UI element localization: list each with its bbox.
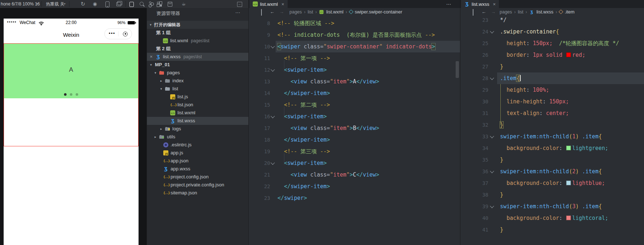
tree-row-list.wxml[interactable]: list.wxml: [147, 109, 248, 117]
tab-list-wxss[interactable]: list.wxss ×: [461, 0, 499, 8]
code-line-38[interactable]: 38}: [460, 189, 644, 201]
code-line-13[interactable]: 13<view class="item">A</view>: [249, 76, 460, 87]
chevron-right-icon[interactable]: ▸: [160, 77, 162, 85]
fold-chevron-icon[interactable]: [271, 161, 275, 165]
fold-chevron-icon[interactable]: [271, 44, 275, 48]
code-line-12[interactable]: 12<swiper-item>: [249, 64, 460, 76]
tree-row-.eslintrc.js[interactable]: .eslintrc.js: [147, 141, 248, 149]
hot-reload-toggle[interactable]: 热重载 关: [46, 0, 64, 8]
capsule-menu-icon[interactable]: •••: [109, 29, 115, 39]
code-line-32[interactable]: 32}: [460, 119, 644, 131]
source-control-icon[interactable]: [148, 1, 153, 7]
swiper-item-a[interactable]: A: [4, 44, 138, 98]
tree-row-sitemap.json[interactable]: sitemap.json: [147, 189, 248, 197]
tree-row-utils[interactable]: ▸utils: [147, 133, 248, 141]
back-icon[interactable]: ←: [270, 8, 275, 16]
code-line-14[interactable]: 14</swiper-item>: [249, 87, 460, 99]
code-line-30[interactable]: 30line-height: 150px;: [460, 96, 644, 107]
search-icon[interactable]: [140, 2, 144, 6]
tree-row-index[interactable]: ▸index: [147, 77, 248, 85]
code-line-37[interactable]: 37background-color: lightblue;: [460, 177, 644, 189]
tree-row-MP-01[interactable]: ▾MP_01: [147, 61, 248, 69]
tree-row-app.wxss[interactable]: app.wxss: [147, 165, 248, 173]
breadcrumb-item[interactable]: swiper.swiper-container: [355, 9, 403, 15]
code-line-27[interactable]: 27}: [460, 61, 644, 72]
code-line-24[interactable]: 24.swiper-container{: [460, 26, 644, 37]
code-line-8[interactable]: 8<!-- 轮播图区域 -->: [249, 17, 460, 29]
breadcrumb-item[interactable]: list: [308, 9, 313, 15]
capsule-button[interactable]: •••: [104, 28, 132, 39]
tree-row-list.js[interactable]: list.js: [147, 93, 248, 101]
code-line-10[interactable]: 10<swiper class="swiper-container" indic…: [249, 41, 460, 52]
device-caret-icon[interactable]: ▾: [36, 0, 38, 8]
code-line-21[interactable]: 21<view class="item">C</view>: [249, 169, 460, 181]
tree-row-pages[interactable]: ▾pages: [147, 69, 248, 77]
bookmark-icon[interactable]: [261, 9, 262, 16]
tree-row-project.private.config.json[interactable]: project.private.config.json: [147, 181, 248, 189]
phone-preview-icon[interactable]: [105, 1, 109, 7]
code-line-18[interactable]: 18</swiper-item>: [249, 134, 460, 146]
code-line-23[interactable]: 23</swiper>: [249, 192, 460, 204]
code-line-15[interactable]: 15<!-- 第二项 -->: [249, 99, 460, 111]
code-area[interactable]: 23*/24.swiper-container{25height: 150px;…: [460, 16, 644, 245]
fold-chevron-icon[interactable]: [490, 204, 494, 208]
breadcrumb-item[interactable]: pages: [289, 9, 302, 15]
tree-row-app.js[interactable]: app.js: [147, 149, 248, 157]
extensions-icon[interactable]: [157, 2, 161, 6]
code-line-33[interactable]: 33swiper-item:nth-child(1) .item{: [460, 131, 644, 142]
tree-row-list.wxss[interactable]: list.wxss: [147, 117, 248, 125]
forward-icon[interactable]: →: [279, 8, 284, 16]
code-line-23[interactable]: 23*/: [460, 14, 644, 26]
chevron-down-icon[interactable]: ▾: [160, 85, 162, 93]
fold-chevron-icon[interactable]: [490, 76, 494, 80]
tab-actions-more-icon[interactable]: ⋯: [446, 0, 451, 8]
fold-chevron-icon[interactable]: [271, 114, 275, 118]
split-editor-icon[interactable]: ←: [237, 2, 242, 7]
open-editors-header[interactable]: ▾ 打开的编辑器: [147, 21, 248, 29]
tree-row-project.config.json[interactable]: project.config.json: [147, 173, 248, 181]
tree-row-logs[interactable]: ▸logs: [147, 125, 248, 133]
teapot-icon[interactable]: ☕: [180, 0, 187, 8]
fold-chevron-icon[interactable]: [271, 67, 275, 71]
tree-row-list[interactable]: ▾list: [147, 85, 248, 93]
file-explorer-icon[interactable]: [129, 2, 134, 7]
editor-scrollbar[interactable]: [456, 61, 459, 78]
tree-row-list.wxss[interactable]: ×list.wxsspages\list: [147, 53, 248, 61]
code-line-26[interactable]: 26border: 1px solid red;: [460, 49, 644, 61]
tree-row-app.json[interactable]: app.json: [147, 157, 248, 165]
breadcrumb-item[interactable]: pages: [500, 9, 512, 15]
breadcrumb-item[interactable]: .item: [565, 9, 575, 15]
code-line-16[interactable]: 16<swiper-item>: [249, 111, 460, 122]
code-line-28[interactable]: 28.item{: [460, 72, 644, 84]
code-line-39[interactable]: 39swiper-item:nth-child(3) .item{: [460, 201, 644, 212]
compile-refresh-icon[interactable]: ↻: [80, 0, 86, 8]
code-line-20[interactable]: 20<swiper-item>: [249, 157, 460, 169]
tree-row-list.wxml[interactable]: list.wxmlpages\list: [147, 37, 248, 45]
code-line-9[interactable]: 9<!-- indicator-dots (布尔值) 是否显示面板指示点 -->: [249, 29, 460, 41]
code-line-36[interactable]: 36swiper-item:nth-child(2) .item{: [460, 166, 644, 177]
code-area[interactable]: 8<!-- 轮播图区域 -->9<!-- indicator-dots (布尔值…: [249, 16, 460, 245]
code-line-25[interactable]: 25height: 150px; /*轮播图容器的高度 */: [460, 37, 644, 49]
code-line-41[interactable]: 41}: [460, 224, 644, 236]
record-icon[interactable]: ◉: [92, 0, 98, 8]
hot-reload-caret-icon[interactable]: ▾: [64, 0, 65, 8]
chevron-down-icon[interactable]: ▾: [150, 61, 152, 69]
chevron-down-icon[interactable]: ▾: [155, 69, 156, 77]
swiper-container[interactable]: A: [4, 43, 139, 146]
breadcrumb-item[interactable]: list.wxss: [536, 9, 553, 15]
code-line-31[interactable]: 31text-align: center;: [460, 107, 644, 119]
save-icon[interactable]: [168, 2, 172, 7]
device-selector[interactable]: hone 6/7/8 100% 16: [1, 0, 40, 8]
multi-window-icon[interactable]: [116, 2, 121, 6]
chevron-right-icon[interactable]: ▸: [160, 125, 162, 133]
tab-close-icon[interactable]: ×: [493, 1, 496, 7]
fold-chevron-icon[interactable]: [490, 169, 494, 173]
code-line-11[interactable]: 11<!-- 第一项 -->: [249, 52, 460, 64]
fold-chevron-icon[interactable]: [490, 29, 494, 33]
fold-chevron-icon[interactable]: [490, 134, 494, 138]
breadcrumb-item[interactable]: list.wxml: [326, 9, 343, 15]
code-line-35[interactable]: 35}: [460, 154, 644, 166]
tree-row-list.json[interactable]: list.json: [147, 101, 248, 109]
tab-close-icon[interactable]: ×: [281, 1, 284, 7]
code-line-34[interactable]: 34background-color: lightgreen;: [460, 142, 644, 154]
